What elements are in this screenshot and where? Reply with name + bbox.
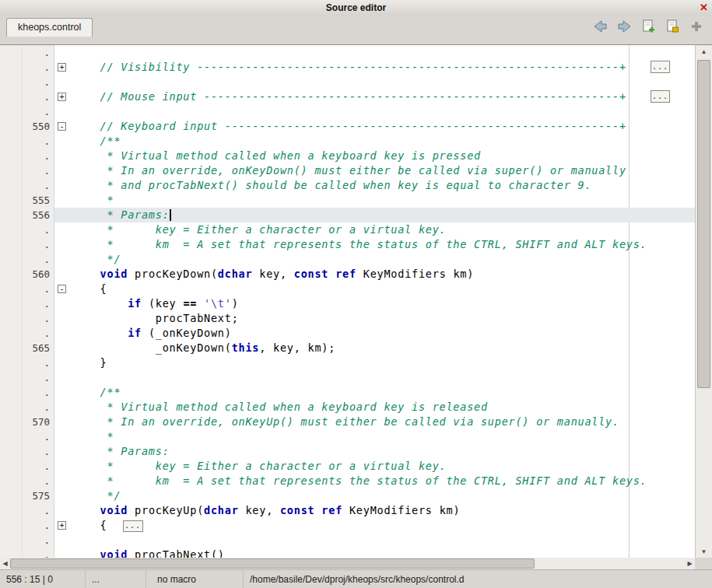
tab-kheops-control[interactable]: kheops.control bbox=[6, 18, 93, 37]
code-line[interactable]: . bbox=[0, 533, 695, 548]
code-line[interactable]: . * In an override, onKeyDown() must eit… bbox=[0, 163, 695, 178]
close-icon[interactable]: ✕ bbox=[700, 1, 708, 15]
scroll-down-icon[interactable]: ▼ bbox=[696, 546, 712, 558]
code-line[interactable]: . * km = A set that represents the statu… bbox=[0, 474, 695, 488]
folded-section-ellipsis[interactable]: ... bbox=[651, 61, 670, 73]
horizontal-scrollbar-thumb[interactable] bbox=[10, 558, 535, 569]
code-line[interactable]: 555 * bbox=[0, 193, 695, 208]
code-line[interactable]: . * key = Either a character or a virtua… bbox=[0, 459, 695, 474]
file-path-status: /home/basile/Dev/dproj/kheops/src/kheops… bbox=[244, 570, 712, 588]
fold-gutter bbox=[54, 341, 71, 355]
code-line[interactable]: . * km = A set that represents the statu… bbox=[0, 237, 695, 252]
code-line[interactable]: 570 * In an override, onKeyUp() must eit… bbox=[0, 415, 695, 429]
line-number: . bbox=[0, 518, 54, 533]
fold-expand-icon[interactable]: + bbox=[58, 521, 66, 530]
scroll-left-icon[interactable]: ◀ bbox=[0, 558, 10, 569]
vertical-scrollbar[interactable]: ▲ ▼ bbox=[695, 44, 712, 558]
line-number: 565 bbox=[0, 341, 54, 355]
line-number: . bbox=[0, 459, 54, 474]
code-text: * In an override, onKeyDown() must eithe… bbox=[71, 163, 695, 178]
code-line[interactable]: . /** bbox=[0, 385, 695, 400]
code-line[interactable]: . * Virtual method called when a keyboar… bbox=[0, 400, 695, 415]
fold-collapse-icon[interactable]: - bbox=[58, 285, 66, 293]
scroll-up-icon[interactable]: ▲ bbox=[696, 46, 712, 58]
fold-gutter bbox=[54, 429, 71, 444]
fold-expand-icon[interactable]: + bbox=[58, 93, 66, 101]
fold-gutter: + bbox=[54, 518, 71, 533]
code-line[interactable]: . * key = Either a character or a virtua… bbox=[0, 222, 695, 237]
code-editor[interactable]: ..+ // Visibility ----------------------… bbox=[0, 44, 695, 558]
fold-gutter bbox=[54, 267, 71, 282]
code-line[interactable]: .+ // Visibility -----------------------… bbox=[0, 60, 695, 75]
code-line[interactable]: . bbox=[0, 104, 695, 119]
fold-expand-icon[interactable]: + bbox=[58, 63, 66, 72]
code-line[interactable]: . } bbox=[0, 355, 695, 370]
code-line[interactable]: . void procTabNext() bbox=[0, 548, 695, 558]
nav-back-button[interactable] bbox=[592, 19, 608, 33]
code-text: * km = A set that represents the status … bbox=[71, 474, 695, 488]
code-text: // Keyboard input ----------------------… bbox=[71, 119, 695, 134]
code-line[interactable]: .+ {... bbox=[0, 518, 695, 533]
line-number: . bbox=[0, 311, 54, 326]
scrollbar-corner bbox=[695, 558, 712, 569]
line-number: . bbox=[0, 252, 54, 267]
line-number: . bbox=[0, 75, 54, 89]
code-line[interactable]: . * bbox=[0, 429, 695, 444]
line-number: 575 bbox=[0, 488, 54, 503]
detach-button[interactable] bbox=[689, 19, 704, 33]
vertical-scrollbar-thumb[interactable] bbox=[697, 60, 710, 388]
code-line[interactable]: . if (_onKeyDown) bbox=[0, 326, 695, 341]
code-line[interactable]: 565 _onKeyDown(this, key, km); bbox=[0, 341, 695, 355]
code-line[interactable]: . * Virtual method called when a keyboar… bbox=[0, 149, 695, 163]
editor-lines: ..+ // Visibility ----------------------… bbox=[0, 45, 695, 558]
fold-gutter bbox=[54, 355, 71, 370]
code-line[interactable]: . bbox=[0, 75, 695, 89]
code-text: * key = Either a character or a virtual … bbox=[71, 459, 695, 474]
code-line[interactable]: .+ // Mouse input ----------------------… bbox=[0, 89, 695, 104]
folded-section-ellipsis[interactable]: ... bbox=[651, 90, 670, 103]
line-number: 556 bbox=[0, 208, 54, 222]
code-text: /** bbox=[71, 134, 695, 149]
code-text bbox=[71, 45, 695, 60]
code-text: * Params: bbox=[71, 208, 695, 222]
line-number: . bbox=[0, 178, 54, 193]
code-line[interactable]: . * Params: bbox=[0, 444, 695, 459]
nav-forward-button[interactable] bbox=[616, 19, 632, 33]
save-document-button[interactable] bbox=[665, 19, 680, 33]
code-line[interactable]: . if (key == '\t') bbox=[0, 296, 695, 311]
fold-collapse-icon[interactable]: - bbox=[58, 122, 66, 131]
code-line[interactable]: . void procKeyUp(dchar key, const ref Ke… bbox=[0, 503, 695, 518]
arrow-left-icon bbox=[593, 20, 608, 33]
code-text: if (_onKeyDown) bbox=[71, 326, 695, 341]
code-line[interactable]: 560 void procKeyDown(dchar key, const re… bbox=[0, 267, 695, 282]
line-number: . bbox=[0, 533, 54, 548]
fold-gutter: + bbox=[54, 89, 71, 104]
current-code-line[interactable]: 556 * Params: bbox=[0, 208, 695, 222]
title-bar: Source editor ✕ bbox=[0, 0, 712, 16]
code-line[interactable]: . bbox=[0, 45, 695, 60]
code-line[interactable]: 575 */ bbox=[0, 488, 695, 503]
scroll-right-icon[interactable]: ▶ bbox=[685, 558, 695, 569]
code-text bbox=[71, 104, 695, 119]
code-line[interactable]: . /** bbox=[0, 134, 695, 149]
add-document-button[interactable] bbox=[640, 19, 656, 33]
arrow-right-icon bbox=[617, 20, 632, 33]
caret-position-status: 556 : 15 | 0 bbox=[0, 570, 86, 588]
line-number: . bbox=[0, 326, 54, 341]
code-text bbox=[71, 75, 695, 89]
folded-code-ellipsis[interactable]: ... bbox=[123, 520, 143, 532]
code-line[interactable]: . * and procTabNext() should be called w… bbox=[0, 178, 695, 193]
fold-gutter bbox=[54, 149, 71, 163]
code-line[interactable]: . procTabNext; bbox=[0, 311, 695, 326]
macro-status: no macro bbox=[146, 570, 244, 588]
code-line[interactable]: . bbox=[0, 370, 695, 385]
code-text: * km = A set that represents the status … bbox=[71, 237, 695, 252]
code-line[interactable]: 550- // Keyboard input -----------------… bbox=[0, 119, 695, 134]
code-text: */ bbox=[71, 252, 695, 267]
fold-gutter bbox=[54, 222, 71, 237]
horizontal-scrollbar[interactable]: ◀ ▶ bbox=[0, 558, 695, 569]
code-line[interactable]: . */ bbox=[0, 252, 695, 267]
code-text: procTabNext; bbox=[71, 311, 695, 326]
fold-gutter bbox=[54, 459, 71, 474]
code-line[interactable]: .- { bbox=[0, 282, 695, 296]
